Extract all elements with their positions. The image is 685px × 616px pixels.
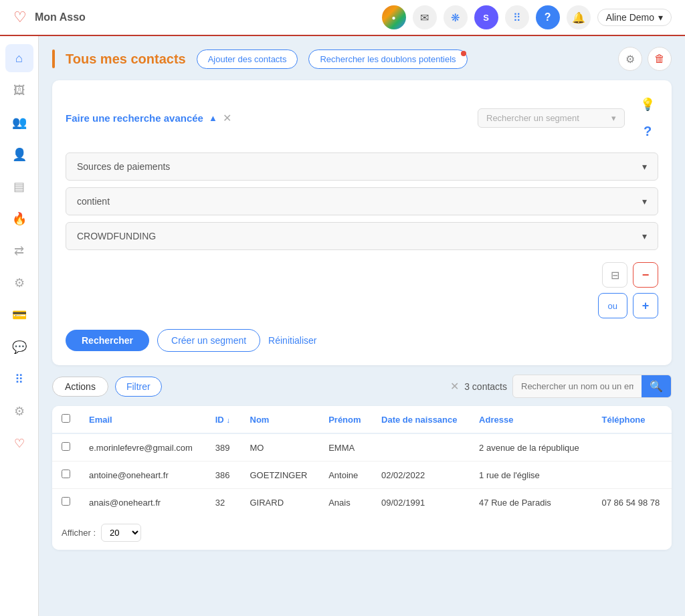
bulb-icon-btn[interactable]: 💡	[637, 94, 658, 115]
results-count-area: ✕ 3 contacts 🔍	[450, 375, 672, 398]
reset-button[interactable]: Réinitialiser	[268, 335, 316, 346]
select-all-checkbox[interactable]	[62, 414, 70, 423]
stripe-icon[interactable]: S	[474, 5, 498, 29]
col-tel: Téléphone	[592, 406, 672, 433]
results-bar: Actions Filtrer ✕ 3 contacts 🔍	[52, 375, 672, 398]
table-header-row: Email ID ↓ Nom Prénom Date de naissance …	[52, 406, 672, 433]
row-adresse: 47 Rue de Paradis	[470, 489, 592, 516]
duplicates-wrapper: Rechercher les doublons potentiels	[308, 49, 467, 69]
sidebar-item-chat[interactable]: 💬	[5, 333, 33, 361]
mailchimp-icon[interactable]: ✉	[413, 5, 437, 29]
filter-row-top: ⊟ −	[602, 262, 658, 288]
row-checkbox[interactable]	[62, 470, 70, 478]
row-adresse: 1 rue de l'église	[470, 461, 592, 489]
row-tel: 07 86 54 98 78	[592, 489, 672, 516]
create-segment-button[interactable]: Créer un segment	[157, 329, 260, 352]
results-count: 3 contacts	[464, 381, 507, 392]
select-all-header[interactable]	[52, 406, 80, 433]
page-size-select[interactable]: 20 50 100	[101, 524, 141, 542]
sidebar-item-gallery[interactable]: 🖼	[5, 76, 33, 104]
add-contacts-button[interactable]: Ajouter des contacts	[197, 49, 298, 69]
panel-filters: Sources de paiements ▾ contient ▾ CROWDF…	[66, 152, 658, 318]
header-actions: ⚙ 🗑	[618, 47, 672, 71]
main-content: Tous mes contacts Ajouter des contacts R…	[39, 36, 685, 616]
search-button[interactable]: Rechercher	[66, 330, 149, 351]
sidebar-item-heart[interactable]: ♡	[5, 429, 33, 457]
col-id[interactable]: ID ↓	[206, 406, 241, 433]
col-dob: Date de naissance	[372, 406, 470, 433]
close-search-button[interactable]: ✕	[223, 112, 231, 124]
sidebar: ⌂ 🖼 👥 👤 ▤ 🔥 ⇄ ⚙ 💳 💬 ⠿ ⚙ ♡	[0, 36, 39, 616]
user-menu[interactable]: Aline Demo ▾	[597, 9, 672, 26]
row-checkbox-cell[interactable]	[52, 433, 80, 461]
row-tel	[592, 461, 672, 489]
search-input[interactable]	[513, 377, 642, 396]
grid-icon[interactable]: ⠿	[505, 5, 529, 29]
show-label: Afficher :	[62, 528, 96, 538]
find-duplicates-button[interactable]: Rechercher les doublons potentiels	[308, 49, 467, 69]
filter-row-bottom: ou +	[598, 293, 658, 318]
help-icon[interactable]: ?	[536, 5, 560, 29]
filter-button[interactable]: Filtrer	[115, 377, 162, 397]
sidebar-item-share[interactable]: ⇄	[5, 237, 33, 265]
clear-filter-button[interactable]: ✕	[450, 380, 459, 393]
row-adresse: 2 avenue de la république	[470, 433, 592, 461]
sidebar-item-contacts[interactable]: 👥	[5, 108, 33, 136]
sidebar-item-table[interactable]: ▤	[5, 173, 33, 201]
table-row: e.morinlefevre@gmail.com 389 MO EMMA 2 a…	[52, 433, 672, 461]
sidebar-item-apps[interactable]: ⠿	[5, 365, 33, 393]
segment-search[interactable]: Rechercher un segment ▾	[478, 108, 625, 128]
remove-filter-button[interactable]: −	[633, 262, 658, 288]
chevron-down-icon: ▾	[642, 161, 647, 172]
row-id: 32	[206, 489, 241, 516]
delete-icon-btn[interactable]: 🗑	[648, 47, 672, 71]
settings-icon-btn[interactable]: ⚙	[618, 47, 642, 71]
sidebar-item-card[interactable]: 💳	[5, 301, 33, 329]
filter-sources-dropdown[interactable]: Sources de paiements ▾	[66, 152, 658, 181]
filter-funnel-button[interactable]: ⊟	[602, 262, 627, 288]
chevron-down-icon: ▾	[611, 113, 616, 123]
sidebar-item-home[interactable]: ⌂	[5, 44, 33, 72]
page-header: Tous mes contacts Ajouter des contacts R…	[52, 47, 672, 71]
sidebar-item-gear[interactable]: ⚙	[5, 269, 33, 297]
row-email: anais@oneheart.fr	[80, 489, 206, 516]
top-navigation: ♡ Mon Asso ● ✉ ❋ S ⠿ ? 🔔 Aline Demo ▾	[0, 0, 685, 36]
search-submit-button[interactable]: 🔍	[642, 375, 671, 397]
row-checkbox[interactable]	[62, 442, 70, 451]
bell-icon[interactable]: 🔔	[567, 5, 591, 29]
row-checkbox-cell[interactable]	[52, 489, 80, 516]
col-adresse: Adresse	[470, 406, 592, 433]
sidebar-item-fire[interactable]: 🔥	[5, 205, 33, 233]
search-panel-title[interactable]: Faire une recherche avancée	[66, 112, 203, 124]
circle-icon[interactable]: ●	[382, 5, 406, 29]
duplicates-badge	[461, 51, 466, 56]
filter-value-dropdown[interactable]: CROWDFUNDING ▾	[66, 222, 658, 250]
sidebar-item-person[interactable]: 👤	[5, 140, 33, 169]
help-icon-btn[interactable]: ?	[637, 120, 658, 142]
col-email: Email	[80, 406, 206, 433]
main-layout: ⌂ 🖼 👥 👤 ▤ 🔥 ⇄ ⚙ 💳 💬 ⠿ ⚙ ♡ Tous mes conta…	[0, 36, 685, 616]
add-filter-button[interactable]: +	[633, 293, 658, 318]
row-dob: 02/02/2022	[372, 461, 470, 489]
row-tel	[592, 433, 672, 461]
search-input-bar: 🔍	[512, 375, 672, 398]
app-title: Mon Asso	[35, 11, 374, 23]
user-name: Aline Demo	[606, 12, 654, 23]
search-panel-header: Faire une recherche avancée ▲ ✕ Recherch…	[66, 94, 658, 142]
col-prenom: Prénom	[319, 406, 372, 433]
page-title: Tous mes contacts	[66, 52, 186, 67]
row-id: 389	[206, 433, 241, 461]
filter-contains-dropdown[interactable]: contient ▾	[66, 187, 658, 215]
table-body: e.morinlefevre@gmail.com 389 MO EMMA 2 a…	[52, 433, 672, 516]
row-checkbox-cell[interactable]	[52, 461, 80, 489]
row-checkbox[interactable]	[62, 497, 70, 506]
or-button[interactable]: ou	[598, 293, 627, 318]
row-nom: GIRARD	[241, 489, 320, 516]
actions-button[interactable]: Actions	[52, 377, 108, 397]
sort-icon: ↓	[226, 416, 230, 424]
panel-side-icons: 💡 ?	[630, 94, 658, 142]
sidebar-item-settings[interactable]: ⚙	[5, 397, 33, 425]
flower-icon[interactable]: ❋	[444, 5, 468, 29]
panel-footer: Rechercher Créer un segment Réinitialise…	[66, 329, 658, 352]
row-dob	[372, 433, 470, 461]
